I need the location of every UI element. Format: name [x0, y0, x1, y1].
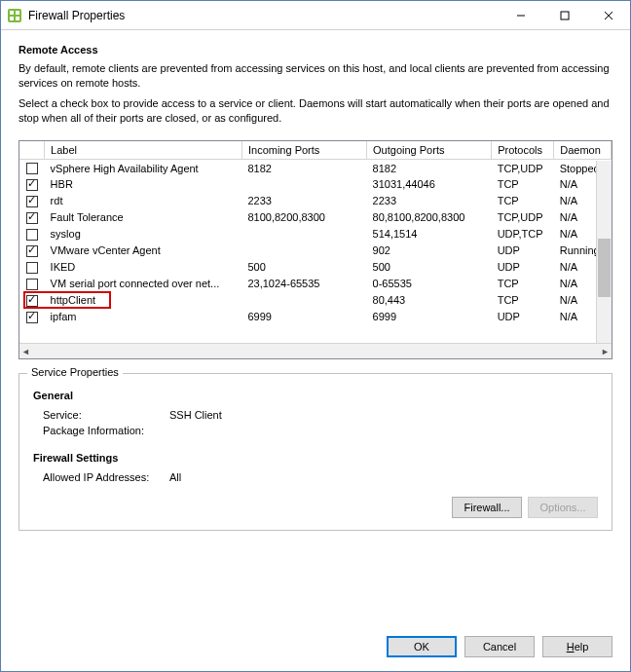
table-row[interactable]: vSphere High Availability Agent81828182T…	[19, 160, 612, 176]
service-label-cell: VM serial port connected over net...	[45, 276, 242, 292]
description-2: Select a check box to provide access to …	[19, 96, 612, 126]
column-header-protocols[interactable]: Protocols	[492, 141, 554, 160]
service-incoming-cell: 23,1024-65535	[241, 276, 366, 292]
column-header-outgoing[interactable]: Outgoing Ports	[367, 141, 492, 160]
remote-access-heading: Remote Access	[19, 44, 612, 56]
service-protocols-cell: TCP	[492, 292, 554, 309]
service-incoming-cell: 8182	[241, 160, 366, 176]
column-header-daemon[interactable]: Daemon	[554, 141, 612, 160]
column-header-checkbox[interactable]	[19, 141, 45, 160]
app-icon	[7, 8, 22, 23]
service-outgoing-cell: 514,1514	[367, 226, 492, 243]
svg-rect-6	[561, 12, 569, 19]
scroll-left-icon[interactable]: ◄	[21, 347, 30, 356]
service-label-cell: HBR	[45, 176, 242, 193]
service-checkbox[interactable]	[26, 229, 38, 241]
close-button[interactable]	[586, 1, 630, 29]
table-row[interactable]: VMware vCenter Agent902UDPRunning	[19, 243, 612, 259]
service-label-cell: ipfam	[45, 309, 242, 325]
service-protocols-cell: UDP	[492, 309, 554, 325]
service-outgoing-cell: 2233	[367, 193, 492, 209]
table-row[interactable]: Fault Tolerance8100,8200,830080,8100,820…	[19, 209, 612, 226]
help-button[interactable]: Help	[542, 636, 612, 657]
service-checkbox[interactable]	[26, 262, 38, 274]
description-1: By default, remote clients are prevented…	[19, 61, 612, 91]
service-checkbox[interactable]	[26, 196, 38, 207]
service-label-cell: vSphere High Availability Agent	[45, 160, 242, 176]
service-label-cell: Fault Tolerance	[45, 209, 242, 226]
horizontal-scrollbar[interactable]: ◄ ►	[19, 343, 612, 358]
service-outgoing-cell: 8182	[367, 160, 492, 176]
service-outgoing-cell: 902	[367, 243, 492, 259]
service-incoming-cell	[241, 176, 366, 193]
service-checkbox[interactable]	[26, 212, 38, 224]
service-incoming-cell	[241, 292, 366, 309]
service-value: SSH Client	[169, 409, 222, 421]
table-row[interactable]: IKED500500UDPN/A	[19, 259, 612, 276]
service-incoming-cell: 8100,8200,8300	[241, 209, 366, 226]
svg-rect-1	[10, 11, 14, 15]
package-info-label: Package Information:	[43, 425, 169, 436]
vertical-scrollbar-thumb[interactable]	[598, 239, 611, 297]
service-incoming-cell	[241, 226, 366, 243]
dialog-buttons: OK Cancel Help	[1, 624, 630, 671]
scroll-right-icon[interactable]: ►	[601, 347, 610, 356]
ok-button[interactable]: OK	[387, 636, 457, 657]
service-protocols-cell: TCP,UDP	[492, 160, 554, 176]
service-properties-group: Service Properties General Service: SSH …	[19, 373, 612, 531]
service-properties-legend: Service Properties	[27, 366, 123, 378]
minimize-button[interactable]	[499, 1, 542, 29]
table-row[interactable]: VM serial port connected over net...23,1…	[19, 276, 612, 292]
content-area: Remote Access By default, remote clients…	[1, 30, 630, 624]
svg-rect-2	[16, 11, 19, 15]
service-incoming-cell: 500	[241, 259, 366, 276]
service-outgoing-cell: 80,443	[367, 292, 492, 309]
service-label: Service:	[43, 409, 169, 421]
service-checkbox[interactable]	[26, 179, 38, 191]
firewall-settings-heading: Firewall Settings	[33, 452, 598, 464]
service-protocols-cell: TCP	[492, 176, 554, 193]
service-checkbox[interactable]	[26, 295, 38, 307]
service-outgoing-cell: 31031,44046	[367, 176, 492, 193]
service-label-cell: httpClient	[45, 292, 242, 309]
service-incoming-cell	[241, 243, 366, 259]
svg-rect-4	[16, 17, 19, 20]
allowed-ip-value: All	[169, 471, 181, 483]
table-row[interactable]: syslog514,1514UDP,TCPN/A	[19, 226, 612, 243]
window-title: Firewall Properties	[28, 9, 499, 22]
general-heading: General	[33, 390, 598, 401]
table-row[interactable]: httpClient80,443TCPN/A	[19, 292, 612, 309]
column-header-label[interactable]: Label	[45, 141, 242, 160]
services-table-container: Label Incoming Ports Outgoing Ports Prot…	[19, 140, 612, 359]
service-incoming-cell: 2233	[241, 193, 366, 209]
service-protocols-cell: UDP	[492, 243, 554, 259]
service-outgoing-cell: 0-65535	[367, 276, 492, 292]
firewall-properties-window: Firewall Properties Remote Access By def…	[0, 0, 631, 672]
options-button[interactable]: Options...	[528, 497, 598, 518]
service-checkbox[interactable]	[26, 312, 38, 323]
service-label-cell: VMware vCenter Agent	[45, 243, 242, 259]
vertical-scrollbar[interactable]	[596, 161, 612, 343]
services-table: Label Incoming Ports Outgoing Ports Prot…	[19, 141, 612, 325]
service-label-cell: rdt	[45, 193, 242, 209]
table-row[interactable]: HBR31031,44046TCPN/A	[19, 176, 612, 193]
firewall-button[interactable]: Firewall...	[452, 497, 522, 518]
service-protocols-cell: TCP	[492, 193, 554, 209]
svg-rect-3	[10, 17, 14, 20]
service-checkbox[interactable]	[26, 245, 38, 257]
service-protocols-cell: UDP,TCP	[492, 226, 554, 243]
service-checkbox[interactable]	[26, 279, 38, 290]
service-outgoing-cell: 6999	[367, 309, 492, 325]
service-protocols-cell: TCP,UDP	[492, 209, 554, 226]
maximize-button[interactable]	[542, 1, 586, 29]
table-row[interactable]: ipfam69996999UDPN/A	[19, 309, 612, 325]
service-incoming-cell: 6999	[241, 309, 366, 325]
service-label-cell: IKED	[45, 259, 242, 276]
table-row[interactable]: rdt22332233TCPN/A	[19, 193, 612, 209]
column-header-incoming[interactable]: Incoming Ports	[241, 141, 366, 160]
service-checkbox[interactable]	[26, 163, 38, 174]
cancel-button[interactable]: Cancel	[464, 636, 535, 657]
service-outgoing-cell: 80,8100,8200,8300	[367, 209, 492, 226]
allowed-ip-label: Allowed IP Addresses:	[43, 471, 169, 483]
service-label-cell: syslog	[45, 226, 242, 243]
